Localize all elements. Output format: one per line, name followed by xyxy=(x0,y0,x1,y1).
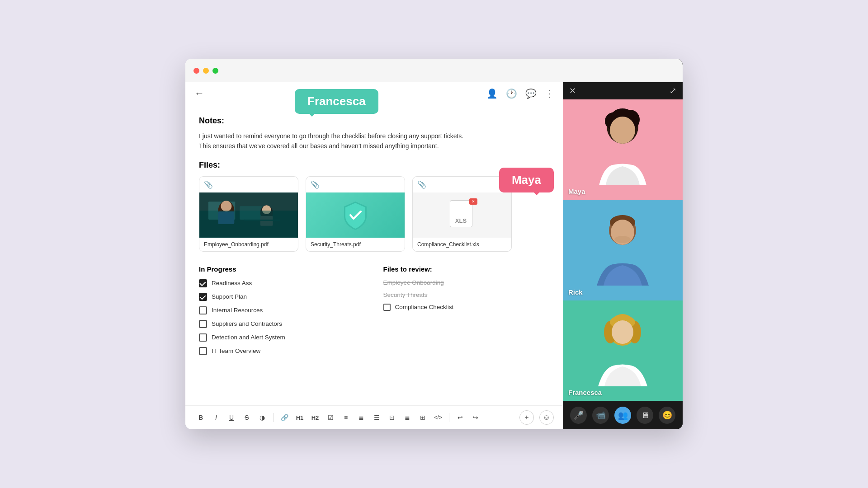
list-item: Readiness Ass xyxy=(199,279,365,287)
history-icon[interactable]: 🕐 xyxy=(506,88,517,99)
underline-button[interactable]: U xyxy=(225,411,238,424)
file-thumbnail-compliance: XLS ✕ xyxy=(413,192,511,238)
italic-button[interactable]: I xyxy=(210,411,222,424)
file-name-onboarding: Employee_Onboarding.pdf xyxy=(199,238,298,251)
file-card-compliance[interactable]: 📎 XLS ✕ Compliance_Checklist.xls xyxy=(412,176,512,252)
file-name-compliance: Compliance_Checklist.xls xyxy=(413,238,511,251)
screen-share-button[interactable]: 🖥 xyxy=(637,407,653,424)
paperclip-icon-2: 📎 xyxy=(311,180,320,189)
divider xyxy=(273,413,274,422)
shield-icon xyxy=(340,199,371,231)
checkbox-internal[interactable] xyxy=(199,306,207,314)
files-to-review-title: Files to review: xyxy=(383,265,550,273)
checkbox-suppliers[interactable] xyxy=(199,320,207,328)
in-progress-col: In Progress Readiness Ass Support Plan I… xyxy=(199,265,365,361)
video-toggle-button[interactable]: 📹 xyxy=(592,407,609,424)
h1-button[interactable]: H1 xyxy=(293,411,306,424)
expand-dot[interactable] xyxy=(212,68,218,74)
francesca-name-label: Francesca xyxy=(568,389,602,396)
video-sidebar: ✕ ⤢ xyxy=(563,59,683,429)
bold-button[interactable]: B xyxy=(194,411,207,424)
list-item: Suppliers and Contractors xyxy=(199,320,365,328)
mute-button[interactable]: 🎤 xyxy=(570,407,587,424)
svg-point-27 xyxy=(612,320,633,344)
video-tiles: Maya xyxy=(563,99,683,401)
files-label: Files: xyxy=(199,160,549,170)
reactions-button[interactable]: 😊 xyxy=(659,407,675,424)
indent-button[interactable]: ⊡ xyxy=(386,411,398,424)
table-button[interactable]: ⊞ xyxy=(416,411,429,424)
file-card-security[interactable]: 📎 Security_Threats.pdf xyxy=(306,176,405,252)
item-label-compliance-check: Compliance Checklist xyxy=(395,304,454,310)
item-label-readiness: Readiness Ass xyxy=(212,280,252,286)
bottom-toolbar: B I U S ◑ 🔗 H1 H2 ☑ ≡ ≣ ☰ ⊡ ≣ ⊞ </> ↩ ↪ xyxy=(185,405,563,429)
paperclip-icon: 📎 xyxy=(204,180,213,189)
file-card-onboarding[interactable]: 📎 xyxy=(199,176,298,252)
ordered-list-button[interactable]: ≣ xyxy=(355,411,368,424)
participants-button[interactable]: 👥 xyxy=(614,407,631,424)
video-controls: 🎤 📹 👥 🖥 😊 xyxy=(563,401,683,429)
more-icon[interactable]: ⋮ xyxy=(545,88,554,99)
highlight-button[interactable]: ◑ xyxy=(256,411,269,424)
add-button[interactable]: + xyxy=(519,410,534,425)
in-progress-title: In Progress xyxy=(199,265,365,273)
notes-label: Notes: xyxy=(199,116,549,126)
checkbox-button[interactable]: ☑ xyxy=(324,411,337,424)
checkbox-compliance[interactable] xyxy=(383,304,391,311)
outdent-button[interactable]: ≣ xyxy=(401,411,414,424)
checkbox-detection[interactable] xyxy=(199,333,207,342)
close-video-button[interactable]: ✕ xyxy=(569,86,576,96)
notes-body: I just wanted to remind everyone to go t… xyxy=(199,131,549,151)
checkbox-readiness[interactable] xyxy=(199,279,207,287)
svg-rect-6 xyxy=(218,211,235,224)
svg-point-5 xyxy=(221,201,232,211)
svg-rect-1 xyxy=(199,211,298,237)
list-item: Security Threats xyxy=(383,291,550,298)
item-label-support: Support Plan xyxy=(212,293,247,300)
profile-icon[interactable]: 👤 xyxy=(486,88,498,99)
back-button[interactable]: ← xyxy=(194,88,204,99)
unordered-list-button[interactable]: ☰ xyxy=(370,411,383,424)
svg-point-8 xyxy=(262,205,271,214)
list-item: Detection and Alert System xyxy=(199,333,365,342)
minimize-dot[interactable] xyxy=(203,68,209,74)
align-button[interactable]: ≡ xyxy=(340,411,352,424)
files-row: 📎 xyxy=(199,176,549,252)
xls-file-icon: XLS ✕ xyxy=(450,200,475,230)
expand-video-button[interactable]: ⤢ xyxy=(670,86,676,96)
undo-button[interactable]: ↩ xyxy=(454,411,467,424)
svg-rect-3 xyxy=(240,206,262,220)
close-dot[interactable] xyxy=(193,68,199,74)
item-label-emp-onboarding: Employee Onboarding xyxy=(383,279,444,286)
svg-rect-0 xyxy=(199,192,298,237)
format-tools: B I U S ◑ 🔗 H1 H2 ☑ ≡ ≣ ☰ ⊡ ≣ ⊞ </> ↩ ↪ xyxy=(194,411,482,424)
checklist-section: Rick In Progress Readiness Ass Support P… xyxy=(199,265,549,361)
strikethrough-button[interactable]: S xyxy=(241,411,253,424)
titlebar xyxy=(185,59,683,82)
maya-name-label: Maya xyxy=(568,188,585,195)
code-button[interactable]: </> xyxy=(432,411,444,424)
video-tile-rick: Rick xyxy=(563,200,683,300)
list-item: Support Plan xyxy=(199,293,365,301)
video-tile-francesca: Francesca xyxy=(563,300,683,401)
checkbox-it[interactable] xyxy=(199,347,207,355)
rick-name-label: Rick xyxy=(568,288,583,296)
list-item: Compliance Checklist xyxy=(383,304,550,311)
link-button[interactable]: 🔗 xyxy=(278,411,291,424)
divider-2 xyxy=(449,413,449,422)
item-label-sec-threats: Security Threats xyxy=(383,291,428,298)
editor-area[interactable]: Maya Notes: I just wanted to remind ever… xyxy=(185,105,563,405)
list-item: IT Team Overview xyxy=(199,347,365,355)
item-label-suppliers: Suppliers and Contractors xyxy=(212,320,282,327)
redo-button[interactable]: ↪ xyxy=(469,411,482,424)
item-label-internal: Internal Resources xyxy=(212,307,263,314)
chat-icon[interactable]: 💬 xyxy=(525,88,537,99)
video-sidebar-top: ✕ ⤢ xyxy=(563,82,683,99)
svg-rect-9 xyxy=(260,216,273,226)
file-thumbnail-onboarding xyxy=(199,192,298,238)
files-to-review-col: Files to review: Employee Onboarding Sec… xyxy=(383,265,550,361)
h2-button[interactable]: H2 xyxy=(309,411,321,424)
francesca-tooltip: Francesca xyxy=(295,89,378,114)
emoji-button[interactable]: ☺ xyxy=(539,410,554,425)
checkbox-support[interactable] xyxy=(199,293,207,301)
